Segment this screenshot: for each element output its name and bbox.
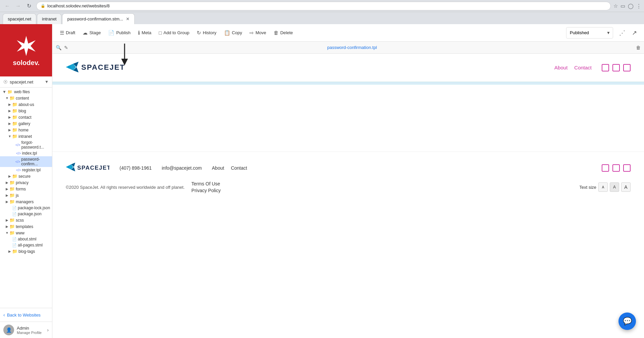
tree-item-about-stml[interactable]: 📄 about.stml <box>0 236 52 242</box>
admin-section[interactable]: 👤 Admin Manage Profile › <box>0 322 52 338</box>
content-label: content <box>16 96 29 101</box>
tree-item-contact[interactable]: ▶ 📁 contact <box>0 114 52 120</box>
tree-item-secure[interactable]: ▶ 📁 secure <box>0 173 52 179</box>
intranet-toggle[interactable]: ▼ <box>7 134 12 138</box>
templates-toggle[interactable]: ▶ <box>5 225 9 228</box>
tree-item-home[interactable]: ▶ 📁 home <box>0 127 52 133</box>
blog-toggle[interactable]: ▶ <box>7 109 12 113</box>
grid-view-button[interactable]: ⋰ <box>616 27 628 39</box>
copy-button[interactable]: 📋 Copy <box>221 28 245 38</box>
tree-item-blog[interactable]: ▶ 📁 blog <box>0 108 52 114</box>
address-bar[interactable]: 🔒 localhost.solodev.net/websites/8 <box>36 2 611 10</box>
www-toggle[interactable]: ▼ <box>5 231 9 235</box>
delete-button[interactable]: 🗑 Delete <box>270 28 296 38</box>
privacy-toggle[interactable]: ▶ <box>5 181 9 184</box>
tab-password[interactable]: password-confirmation.stm... ✕ <box>62 13 134 24</box>
privacy-folder-icon: 📁 <box>9 180 15 185</box>
bookmark-icon[interactable]: ☆ <box>613 3 618 9</box>
web-files-toggle[interactable]: ▼ <box>2 90 7 94</box>
tree-item-intranet[interactable]: ▼ 📁 intranet <box>0 133 52 139</box>
tab-label-intranet: intranet <box>42 16 56 21</box>
tree-item-all-pages[interactable]: 📄 all-pages.stml <box>0 242 52 248</box>
back-to-websites[interactable]: ‹ Back to Websites <box>0 308 52 322</box>
terms-link[interactable]: Terms Of Use <box>191 181 221 186</box>
forward-button[interactable]: → <box>13 1 23 11</box>
contact-toggle[interactable]: ▶ <box>7 115 12 119</box>
text-size-medium-btn[interactable]: A <box>610 182 619 192</box>
gallery-toggle[interactable]: ▶ <box>7 122 12 125</box>
content-toggle[interactable]: ▼ <box>5 96 9 100</box>
reload-button[interactable]: ↻ <box>24 1 34 11</box>
status-select[interactable]: Published Draft Stage <box>566 27 613 39</box>
history-button[interactable]: ↻ History <box>193 28 220 38</box>
social-icon-1[interactable] <box>602 64 609 71</box>
social-icon-3[interactable] <box>623 64 631 71</box>
tree-item-register[interactable]: </> register.tpl <box>0 167 52 173</box>
chat-button[interactable]: 💬 <box>618 313 636 330</box>
tree-item-index-tpl[interactable]: </> index.tpl <box>0 150 52 156</box>
secure-toggle[interactable]: ▶ <box>7 174 12 178</box>
about-stml-label: about.stml <box>18 237 36 241</box>
site-selector[interactable]: ☉ spacejet.net ▼ <box>0 76 52 88</box>
external-link-button[interactable]: ↗ <box>629 27 640 39</box>
stage-label: Stage <box>89 30 101 35</box>
privacy-link[interactable]: Privacy Policy <box>191 188 221 193</box>
web-files-label[interactable]: web files <box>14 90 30 94</box>
tree-item-www[interactable]: ▼ 📁 www <box>0 230 52 236</box>
back-button[interactable]: ← <box>3 1 12 11</box>
tree-item-templates[interactable]: ▶ 📁 templates <box>0 223 52 230</box>
tree-item-forgot-password[interactable]: </> forgot-password.t... <box>0 139 52 150</box>
footer-social-icon-3[interactable] <box>623 164 631 172</box>
home-toggle[interactable]: ▶ <box>7 128 12 132</box>
tree-item-scss[interactable]: ▶ 📁 scss <box>0 217 52 223</box>
edit-icon[interactable]: ✎ <box>64 45 68 50</box>
move-button[interactable]: ⇨ Move <box>246 28 270 38</box>
text-size-small-btn[interactable]: A <box>598 182 608 192</box>
scss-toggle[interactable]: ▶ <box>5 218 9 222</box>
about-us-toggle[interactable]: ▶ <box>7 103 12 106</box>
forms-toggle[interactable]: ▶ <box>5 187 9 191</box>
extension-icon[interactable]: ▭ <box>620 3 625 9</box>
footer-nav-contact[interactable]: Contact <box>231 165 247 171</box>
tree-item-managers[interactable]: ▶ 📁 managers <box>0 199 52 205</box>
trash-icon[interactable]: 🗑 <box>636 45 641 50</box>
text-size-large-btn[interactable]: A <box>621 182 631 192</box>
footer-social-icon-2[interactable] <box>612 164 620 172</box>
tree-item-js[interactable]: ▶ 📁 js <box>0 192 52 199</box>
tab-intranet[interactable]: intranet <box>37 13 61 24</box>
add-to-group-button[interactable]: □ Add to Group <box>155 28 193 38</box>
managers-toggle[interactable]: ▶ <box>5 200 9 204</box>
social-icon-2[interactable] <box>612 64 620 71</box>
tab-spacejet[interactable]: spacejet.net <box>3 13 36 24</box>
preview-nav-about[interactable]: About <box>554 65 567 70</box>
js-toggle[interactable]: ▶ <box>5 193 9 197</box>
move-label: Move <box>256 30 266 35</box>
stage-button[interactable]: ☁ Stage <box>79 28 104 38</box>
preview-nav-contact[interactable]: Contact <box>574 65 592 70</box>
preview-main-content <box>52 84 644 152</box>
gallery-label: gallery <box>18 121 30 126</box>
footer-top-row: SPACEJET (407) 898-1961 info@spacejet.co… <box>66 161 631 174</box>
tree-item-blog-tags[interactable]: ▶ 📁 blog-tags <box>0 248 52 255</box>
draft-button[interactable]: ☰ Draft <box>56 28 79 38</box>
solodev-wordmark: solodev. <box>13 59 40 67</box>
publish-button[interactable]: 📄 Publish <box>105 28 134 38</box>
tree-item-content[interactable]: ▼ 📁 content <box>0 95 52 101</box>
meta-label: Meta <box>142 30 151 35</box>
tree-item-privacy[interactable]: ▶ 📁 privacy <box>0 179 52 186</box>
footer-social-icon-1[interactable] <box>602 164 609 172</box>
footer-nav-about[interactable]: About <box>212 165 224 171</box>
blog-tags-toggle[interactable]: ▶ <box>7 249 12 253</box>
tree-item-package-json[interactable]: 📄 package.json <box>0 211 52 217</box>
meta-button[interactable]: ℹ Meta <box>135 28 155 38</box>
menu-icon[interactable]: ⋮ <box>636 3 641 9</box>
svg-text:SPACEJET: SPACEJET <box>81 63 125 71</box>
tree-item-about-us[interactable]: ▶ 📁 about-us <box>0 101 52 108</box>
profile-icon[interactable]: ◯ <box>628 3 634 9</box>
tree-item-gallery[interactable]: ▶ 📁 gallery <box>0 120 52 127</box>
tree-item-password-confirm[interactable]: </> password-confirm... <box>0 156 52 167</box>
search-icon[interactable]: 🔍 <box>56 45 61 50</box>
tree-item-forms[interactable]: ▶ 📁 forms <box>0 186 52 192</box>
tree-item-package-lock[interactable]: 📄 package-lock.json <box>0 205 52 211</box>
tab-close-password[interactable]: ✕ <box>126 16 130 21</box>
